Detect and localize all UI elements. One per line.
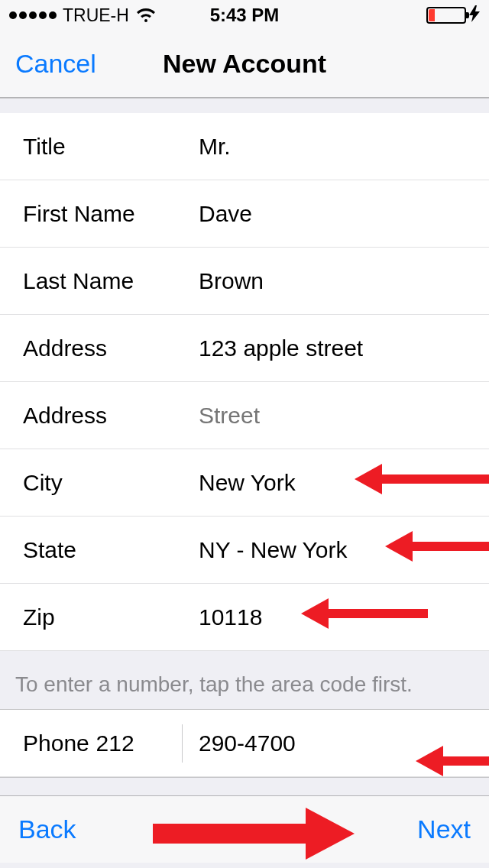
- section-gap: [0, 98, 489, 113]
- row-state[interactable]: State NY - New York: [0, 517, 489, 584]
- value-title[interactable]: Mr.: [199, 134, 489, 160]
- section-gap-2: [0, 777, 489, 795]
- row-city[interactable]: City: [0, 449, 489, 517]
- account-form: Title Mr. First Name Last Name Address A…: [0, 113, 489, 651]
- label-address-2: Address: [23, 403, 199, 429]
- row-phone[interactable]: Phone: [0, 710, 489, 777]
- row-zip[interactable]: Zip: [0, 584, 489, 651]
- input-phone-number[interactable]: [199, 730, 489, 756]
- input-first-name[interactable]: [199, 201, 489, 227]
- row-address-2[interactable]: Address: [0, 382, 489, 449]
- navigation-bar: Cancel New Account: [0, 31, 489, 98]
- input-address-1[interactable]: [199, 335, 489, 361]
- label-zip: Zip: [23, 604, 199, 630]
- status-bar: TRUE-H 5:43 PM: [0, 0, 489, 31]
- signal-strength-icon: [9, 11, 57, 19]
- phone-section: Phone: [0, 710, 489, 777]
- label-state: State: [23, 537, 199, 563]
- label-city: City: [23, 470, 199, 496]
- wifi-icon: [135, 7, 157, 24]
- battery-status: [426, 5, 480, 26]
- label-last-name: Last Name: [23, 268, 199, 294]
- input-city[interactable]: [199, 470, 489, 496]
- phone-hint: To enter a number, tap the area code fir…: [0, 651, 489, 710]
- back-button[interactable]: Back: [18, 815, 76, 844]
- clock: 5:43 PM: [210, 5, 280, 26]
- label-phone: Phone: [23, 730, 96, 756]
- carrier-label: TRUE-H: [63, 5, 129, 26]
- next-button[interactable]: Next: [417, 815, 471, 844]
- row-first-name[interactable]: First Name: [0, 180, 489, 248]
- charging-icon: [469, 5, 480, 26]
- row-last-name[interactable]: Last Name: [0, 248, 489, 315]
- row-title[interactable]: Title Mr.: [0, 113, 489, 180]
- value-state[interactable]: NY - New York: [199, 537, 489, 563]
- battery-icon: [426, 7, 466, 24]
- cancel-button[interactable]: Cancel: [15, 49, 96, 79]
- label-address-1: Address: [23, 335, 199, 361]
- page-title: New Account: [163, 49, 326, 79]
- row-address-1[interactable]: Address: [0, 315, 489, 382]
- bottom-toolbar: Back Next: [0, 795, 489, 863]
- label-title: Title: [23, 134, 199, 160]
- input-zip[interactable]: [199, 604, 489, 630]
- input-address-2[interactable]: [199, 403, 489, 429]
- input-last-name[interactable]: [199, 268, 489, 294]
- input-phone-area[interactable]: [96, 730, 165, 756]
- label-first-name: First Name: [23, 201, 199, 227]
- screen: TRUE-H 5:43 PM Cancel New Account Title …: [0, 0, 489, 868]
